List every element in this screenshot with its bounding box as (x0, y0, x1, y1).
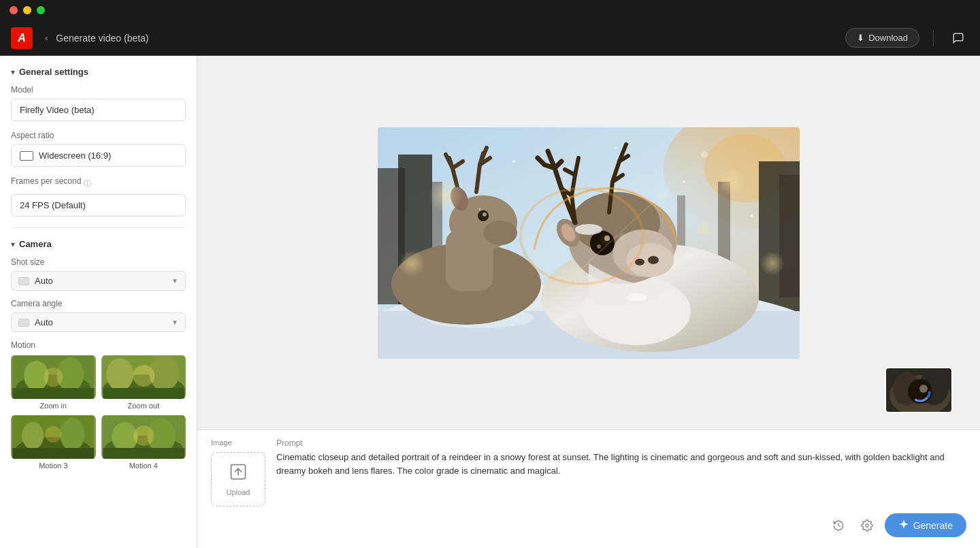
svg-rect-22 (103, 448, 184, 459)
collapse-icon[interactable]: ▾ (11, 67, 15, 77)
prompt-col: Prompt Cinematic closeup and detailed po… (276, 438, 966, 477)
motion-thumb-3 (11, 415, 96, 459)
settings-button[interactable] (856, 515, 878, 536)
general-settings-header: ▾ General settings (11, 67, 186, 77)
fps-selector[interactable]: 24 FPS (Default) (11, 194, 186, 216)
svg-rect-4 (12, 388, 94, 399)
toolbar-divider (933, 30, 934, 46)
svg-point-69 (658, 190, 669, 201)
motion-thumb-zoom-out (101, 355, 186, 399)
download-button[interactable]: ⬇ Download (845, 28, 919, 48)
prompt-text[interactable]: Cinematic closeup and detailed portrait … (276, 451, 966, 477)
motion-thumb-zoom-in (11, 355, 96, 399)
svg-point-41 (483, 221, 517, 245)
motion-name-zoom-in: Zoom in (11, 402, 96, 410)
motion-item-4[interactable]: Motion 4 (101, 415, 186, 470)
fps-label-row: Frames per second ⓘ (11, 176, 186, 190)
svg-point-81 (919, 385, 928, 393)
generate-button[interactable]: Generate (885, 513, 966, 537)
svg-point-75 (751, 214, 753, 217)
motion-item-zoom-out[interactable]: Zoom out (101, 355, 186, 410)
model-label: Model (11, 85, 186, 95)
fps-info-icon: ⓘ (84, 178, 91, 189)
svg-rect-10 (103, 388, 184, 399)
prompt-col-label: Prompt (276, 438, 966, 448)
motion-item-zoom-in[interactable]: Zoom in (11, 355, 96, 410)
camera-angle-label: Camera angle (11, 299, 186, 308)
motion-thumb-4 (101, 415, 186, 459)
motion-label: Motion (11, 340, 186, 350)
generate-icon (898, 519, 909, 532)
camera-title: Camera (19, 239, 52, 249)
svg-point-15 (60, 418, 84, 451)
left-panel: ▾ General settings Model Firefly Video (… (0, 56, 197, 548)
motion-item-3[interactable]: Motion 3 (11, 415, 96, 470)
aspect-ratio-button[interactable]: Widescreen (16:9) (11, 144, 186, 167)
image-label: Image (211, 438, 232, 447)
back-button[interactable]: ‹ (45, 33, 48, 43)
motion-name-zoom-out: Zoom out (101, 402, 186, 410)
svg-point-85 (865, 523, 868, 527)
traffic-light-yellow[interactable] (23, 6, 31, 14)
svg-point-11 (133, 365, 154, 387)
svg-point-71 (512, 160, 515, 163)
upload-icon (229, 462, 248, 485)
svg-point-64 (694, 219, 715, 240)
svg-point-72 (615, 146, 617, 148)
svg-point-55 (604, 236, 610, 241)
svg-rect-30 (779, 175, 800, 297)
toolbar: A ‹ Generate video (beta) ⬇ Download (0, 20, 980, 56)
aspect-ratio-label: Aspect ratio (11, 131, 186, 140)
svg-point-51 (648, 256, 659, 264)
download-label: Download (868, 33, 908, 43)
svg-point-68 (701, 151, 708, 158)
svg-point-74 (479, 208, 481, 210)
motion-grid: Zoom in (11, 355, 186, 470)
traffic-light-green[interactable] (37, 6, 45, 14)
camera-collapse-icon[interactable]: ▾ (11, 240, 15, 249)
camera-header: ▾ Camera (11, 239, 186, 249)
main-layout: ▾ General settings Model Firefly Video (… (0, 56, 980, 548)
shot-size-arrow: ▼ (172, 277, 178, 285)
svg-point-73 (683, 180, 685, 183)
motion-name-4: Motion 4 (101, 462, 186, 470)
svg-point-63 (718, 168, 745, 195)
generate-label: Generate (913, 520, 953, 531)
general-settings-title: General settings (19, 67, 88, 77)
toolbar-title: Generate video (beta) (56, 33, 148, 44)
model-selector[interactable]: Firefly Video (beta) (11, 99, 186, 121)
image-upload-area[interactable]: Upload (211, 452, 265, 506)
image-section: Image Upload (211, 438, 265, 506)
camera-angle-swatch (18, 319, 29, 327)
svg-point-62 (429, 178, 463, 212)
shot-size-value: Auto (35, 276, 53, 286)
motion-section: Motion Zoo (11, 340, 186, 470)
svg-point-65 (760, 251, 785, 276)
svg-rect-16 (12, 448, 94, 459)
upload-label: Upload (227, 488, 250, 496)
window-chrome (0, 0, 980, 20)
svg-point-56 (597, 244, 601, 248)
shot-size-dropdown[interactable]: Auto ▼ (11, 271, 186, 291)
traffic-light-red[interactable] (10, 6, 18, 14)
svg-point-23 (133, 425, 154, 446)
svg-point-14 (22, 422, 44, 449)
svg-point-60 (626, 293, 647, 302)
prompt-row: Image Upload Prompt Cinemati (211, 438, 966, 506)
shot-size-swatch (18, 277, 29, 285)
download-icon: ⬇ (857, 33, 864, 43)
camera-section: ▾ Camera Shot size Auto ▼ Camera angle A… (11, 239, 186, 470)
camera-angle-dropdown[interactable]: Auto ▼ (11, 312, 186, 332)
comment-button[interactable] (947, 27, 969, 49)
svg-point-59 (575, 224, 602, 235)
motion-name-3: Motion 3 (11, 462, 96, 470)
thumbnail-strip[interactable] (885, 367, 953, 413)
svg-point-8 (106, 358, 133, 391)
svg-point-70 (619, 233, 626, 240)
history-button[interactable] (828, 515, 849, 536)
camera-angle-value: Auto (35, 317, 53, 327)
prompt-area: Image Upload Prompt Cinemati (197, 430, 980, 548)
main-content: Image Upload Prompt Cinemati (197, 56, 980, 548)
svg-point-66 (398, 250, 425, 277)
camera-angle-arrow: ▼ (172, 319, 178, 326)
